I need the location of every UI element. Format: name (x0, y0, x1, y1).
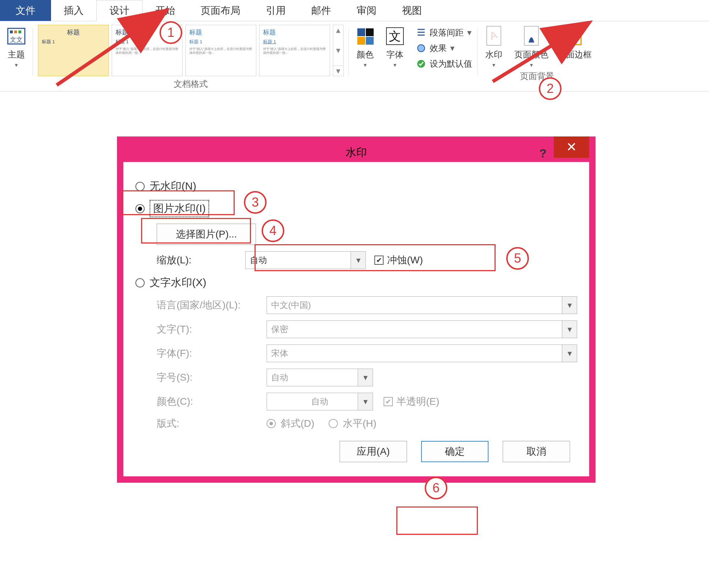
style-card-sub: 标题 1 (263, 39, 326, 45)
tab-review[interactable]: 审阅 (344, 0, 389, 21)
paragraph-spacing-label: 段落间距 (430, 27, 464, 38)
caret-icon (393, 62, 396, 68)
effects-icon (416, 43, 426, 53)
tab-references[interactable]: 引用 (253, 0, 298, 21)
group-themes: 文文 主题 (0, 25, 33, 68)
tab-mailings-label: 邮件 (311, 4, 331, 17)
caret-icon (364, 62, 367, 68)
tab-view[interactable]: 视图 (389, 0, 435, 21)
group-spacing-effects: 段落间距 ▾ 效果 ▾ 设为默认值 (411, 25, 477, 69)
set-default-button[interactable]: 设为默认值 (416, 58, 472, 69)
caret-icon: ▾ (467, 28, 471, 38)
set-default-label: 设为默认值 (430, 58, 472, 69)
tab-view-label: 视图 (402, 4, 422, 17)
style-card-3[interactable]: 标题 标题 1 对于"插入"选项卡上的库，在设计时意指与整体外观协调一致... (185, 25, 256, 76)
group-colors-fonts: 颜色 文 字体 (349, 25, 411, 68)
style-card-title: 标题 (263, 28, 326, 37)
themes-label: 主题 (8, 49, 25, 60)
fonts-button[interactable]: 文 字体 (384, 25, 406, 68)
colors-label: 颜色 (357, 49, 374, 60)
fonts-label: 字体 (386, 49, 403, 60)
paragraph-spacing-icon (416, 28, 426, 38)
svg-rect-6 (366, 28, 374, 36)
effects-label: 效果 (430, 43, 447, 54)
svg-rect-16 (568, 27, 581, 45)
svg-rect-7 (357, 37, 365, 45)
style-card-sub: 标题 1 (189, 39, 252, 45)
svg-text:文: 文 (389, 29, 401, 43)
tab-home-label: 开始 (155, 4, 175, 17)
caret-icon: ▾ (450, 43, 454, 53)
tab-insert-label: 插入 (64, 4, 84, 17)
tab-references-label: 引用 (266, 4, 286, 17)
svg-rect-1 (10, 30, 13, 33)
tab-mailings[interactable]: 邮件 (298, 0, 344, 21)
themes-icon: 文文 (5, 25, 28, 47)
tab-design[interactable]: 设计 (96, 0, 143, 21)
svg-rect-5 (357, 28, 365, 36)
tab-review-label: 审阅 (357, 4, 376, 17)
svg-point-11 (418, 45, 425, 52)
svg-line-17 (57, 32, 135, 85)
tab-layout-label: 页面布局 (201, 4, 240, 17)
callout-1: 1 (160, 21, 182, 44)
effects-button[interactable]: 效果 ▾ (416, 43, 472, 54)
svg-text:文文: 文文 (10, 36, 23, 43)
svg-rect-3 (18, 30, 21, 33)
arrow-1 (46, 28, 149, 91)
fonts-icon: 文 (384, 25, 406, 47)
svg-rect-2 (14, 30, 17, 33)
themes-button[interactable]: 文文 主题 (5, 25, 28, 68)
tab-home[interactable]: 开始 (143, 0, 188, 21)
style-card-title: 标题 (189, 28, 252, 37)
colors-icon (354, 25, 376, 47)
tab-layout[interactable]: 页面布局 (188, 0, 253, 21)
gallery-scroll[interactable]: ▴ ▾ ▾ (333, 25, 344, 76)
tab-file-label: 文件 (16, 4, 35, 17)
paragraph-spacing-button[interactable]: 段落间距 ▾ (416, 27, 472, 38)
tab-file[interactable]: 文件 (0, 0, 51, 21)
ribbon-tabs: 文件 插入 设计 开始 页面布局 引用 邮件 审阅 视图 (0, 0, 709, 21)
themes-dropdown-caret (15, 62, 18, 68)
tab-insert[interactable]: 插入 (51, 0, 96, 21)
check-icon (416, 59, 426, 69)
style-card-4[interactable]: 标题 标题 1 对于"插入"选项卡上的库，在设计时意指与整体外观协调一致... (259, 25, 330, 76)
svg-line-18 (493, 43, 557, 82)
tab-design-label: 设计 (110, 4, 129, 17)
colors-button[interactable]: 颜色 (354, 25, 376, 68)
svg-rect-8 (366, 37, 374, 45)
